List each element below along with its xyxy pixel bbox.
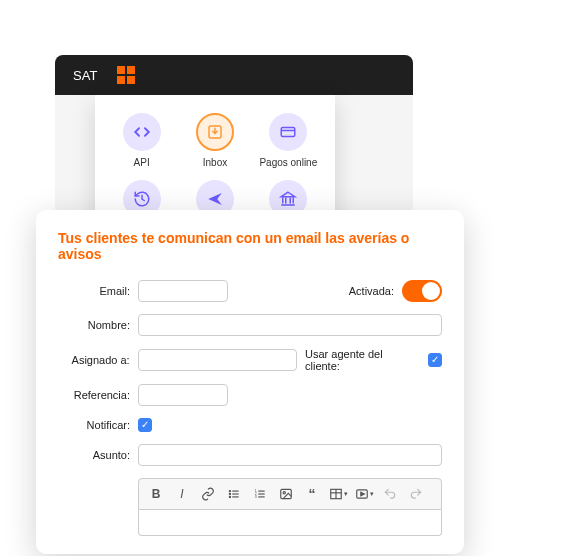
notify-checkbox[interactable] — [138, 418, 152, 432]
svg-text:3: 3 — [255, 495, 257, 499]
name-input[interactable] — [138, 314, 442, 336]
label-notify: Notificar: — [58, 419, 130, 431]
top-bar: SAT — [55, 55, 413, 95]
code-icon — [123, 113, 161, 151]
dropdown-item-pagos[interactable]: Pagos online — [259, 113, 317, 168]
label-subject: Asunto: — [58, 449, 130, 461]
numbered-list-button[interactable]: 123 — [249, 483, 271, 505]
label-name: Nombre: — [58, 319, 130, 331]
dropdown-label: Pagos online — [259, 157, 317, 168]
card-icon — [269, 113, 307, 151]
dropdown-item-inbox[interactable]: Inbox — [196, 113, 234, 168]
activated-toggle[interactable] — [402, 280, 442, 302]
editor-body[interactable] — [138, 510, 442, 536]
svg-rect-1 — [282, 128, 296, 137]
subject-input[interactable] — [138, 444, 442, 466]
label-use-agent: Usar agente del cliente: — [305, 348, 420, 372]
assigned-input[interactable] — [138, 349, 297, 371]
topbar-label: SAT — [73, 68, 97, 83]
bullet-list-button[interactable] — [223, 483, 245, 505]
apps-grid-icon[interactable] — [117, 66, 135, 84]
form-card: Tus clientes te comunican con un email l… — [36, 210, 464, 554]
email-input[interactable] — [138, 280, 228, 302]
image-button[interactable] — [275, 483, 297, 505]
undo-button[interactable] — [379, 483, 401, 505]
row-notify: Notificar: — [58, 418, 442, 432]
row-subject: Asunto: — [58, 444, 442, 466]
reference-input[interactable] — [138, 384, 228, 406]
italic-button[interactable]: I — [171, 483, 193, 505]
table-button[interactable]: ▾ — [327, 483, 349, 505]
row-reference: Referencia: — [58, 384, 442, 406]
svg-point-9 — [229, 491, 230, 492]
bold-button[interactable]: B — [145, 483, 167, 505]
label-assigned: Asignado a: — [58, 354, 130, 366]
form-title: Tus clientes te comunican con un email l… — [58, 230, 442, 262]
row-name: Nombre: — [58, 314, 442, 336]
editor-toolbar: B I 123 “ ▾ ▾ — [138, 478, 442, 510]
label-email: Email: — [58, 285, 130, 297]
label-activated: Activada: — [349, 285, 394, 297]
inbox-icon — [196, 113, 234, 151]
svg-marker-27 — [360, 492, 364, 496]
row-assigned: Asignado a: Usar agente del cliente: — [58, 348, 442, 372]
link-button[interactable] — [197, 483, 219, 505]
row-email: Email: Activada: — [58, 280, 442, 302]
svg-point-22 — [283, 492, 285, 494]
use-agent-checkbox[interactable] — [428, 353, 442, 367]
dropdown-label: API — [134, 157, 150, 168]
label-reference: Referencia: — [58, 389, 130, 401]
svg-point-11 — [229, 493, 230, 494]
dropdown-label: Inbox — [203, 157, 227, 168]
redo-button[interactable] — [405, 483, 427, 505]
svg-marker-3 — [282, 192, 296, 197]
dropdown-item-api[interactable]: API — [123, 113, 161, 168]
svg-point-13 — [229, 496, 230, 497]
quote-button[interactable]: “ — [301, 483, 323, 505]
video-button[interactable]: ▾ — [353, 483, 375, 505]
